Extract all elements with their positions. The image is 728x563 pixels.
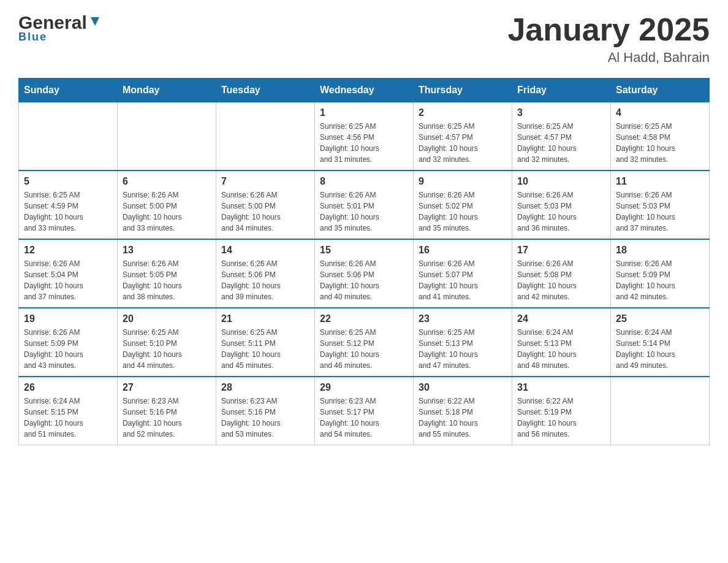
day-number: 14	[221, 245, 309, 256]
day-info: Sunrise: 6:26 AM Sunset: 5:05 PM Dayligh…	[123, 258, 211, 302]
day-info: Sunrise: 6:26 AM Sunset: 5:03 PM Dayligh…	[616, 190, 704, 234]
day-number: 16	[419, 245, 507, 256]
day-number: 21	[221, 313, 309, 324]
calendar-cell: 7Sunrise: 6:26 AM Sunset: 5:00 PM Daylig…	[216, 170, 315, 239]
calendar-week-row: 19Sunrise: 6:26 AM Sunset: 5:09 PM Dayli…	[19, 308, 710, 377]
day-info: Sunrise: 6:26 AM Sunset: 5:07 PM Dayligh…	[419, 258, 507, 302]
calendar-cell: 21Sunrise: 6:25 AM Sunset: 5:11 PM Dayli…	[216, 308, 315, 377]
logo: General Blue	[18, 12, 102, 44]
day-number: 1	[320, 107, 408, 118]
day-info: Sunrise: 6:26 AM Sunset: 5:02 PM Dayligh…	[419, 190, 507, 234]
day-info: Sunrise: 6:22 AM Sunset: 5:18 PM Dayligh…	[419, 396, 507, 440]
calendar-cell: 19Sunrise: 6:26 AM Sunset: 5:09 PM Dayli…	[19, 308, 118, 377]
calendar-cell: 27Sunrise: 6:23 AM Sunset: 5:16 PM Dayli…	[118, 377, 216, 445]
svg-marker-0	[91, 17, 99, 26]
day-info: Sunrise: 6:26 AM Sunset: 5:06 PM Dayligh…	[320, 258, 408, 302]
day-of-week-header: Friday	[512, 79, 611, 102]
day-info: Sunrise: 6:22 AM Sunset: 5:19 PM Dayligh…	[517, 396, 605, 440]
day-number: 29	[320, 382, 408, 393]
day-info: Sunrise: 6:26 AM Sunset: 5:03 PM Dayligh…	[517, 190, 605, 234]
day-number: 2	[419, 107, 507, 118]
calendar-cell: 25Sunrise: 6:24 AM Sunset: 5:14 PM Dayli…	[611, 308, 710, 377]
day-info: Sunrise: 6:26 AM Sunset: 5:00 PM Dayligh…	[221, 190, 309, 234]
day-number: 30	[419, 382, 507, 393]
calendar-cell: 2Sunrise: 6:25 AM Sunset: 4:57 PM Daylig…	[414, 102, 512, 171]
day-info: Sunrise: 6:25 AM Sunset: 5:13 PM Dayligh…	[419, 327, 507, 371]
day-number: 11	[616, 176, 704, 187]
day-number: 26	[24, 382, 112, 393]
day-number: 9	[419, 176, 507, 187]
day-number: 10	[517, 176, 605, 187]
day-info: Sunrise: 6:23 AM Sunset: 5:17 PM Dayligh…	[320, 396, 408, 440]
day-info: Sunrise: 6:26 AM Sunset: 5:09 PM Dayligh…	[24, 327, 112, 371]
calendar-table: SundayMondayTuesdayWednesdayThursdayFrid…	[18, 78, 710, 445]
day-number: 13	[123, 245, 211, 256]
day-number: 6	[123, 176, 211, 187]
calendar-cell: 6Sunrise: 6:26 AM Sunset: 5:00 PM Daylig…	[118, 170, 216, 239]
day-info: Sunrise: 6:25 AM Sunset: 4:58 PM Dayligh…	[616, 121, 704, 165]
day-info: Sunrise: 6:23 AM Sunset: 5:16 PM Dayligh…	[123, 396, 211, 440]
calendar-week-row: 5Sunrise: 6:25 AM Sunset: 4:59 PM Daylig…	[19, 170, 710, 239]
day-of-week-header: Thursday	[414, 79, 512, 102]
calendar-cell: 29Sunrise: 6:23 AM Sunset: 5:17 PM Dayli…	[315, 377, 414, 445]
day-info: Sunrise: 6:24 AM Sunset: 5:14 PM Dayligh…	[616, 327, 704, 371]
calendar-cell: 5Sunrise: 6:25 AM Sunset: 4:59 PM Daylig…	[19, 170, 118, 239]
day-info: Sunrise: 6:25 AM Sunset: 5:12 PM Dayligh…	[320, 327, 408, 371]
day-info: Sunrise: 6:26 AM Sunset: 5:01 PM Dayligh…	[320, 190, 408, 234]
calendar-cell: 10Sunrise: 6:26 AM Sunset: 5:03 PM Dayli…	[512, 170, 611, 239]
calendar-cell: 18Sunrise: 6:26 AM Sunset: 5:09 PM Dayli…	[611, 239, 710, 308]
logo-blue-text: Blue	[18, 31, 47, 44]
calendar-cell: 8Sunrise: 6:26 AM Sunset: 5:01 PM Daylig…	[315, 170, 414, 239]
logo-triangle-icon	[88, 15, 102, 28]
day-number: 5	[24, 176, 112, 187]
day-number: 4	[616, 107, 704, 118]
calendar-cell	[19, 102, 118, 171]
calendar-cell	[216, 102, 315, 171]
month-title: January 2025	[507, 12, 710, 47]
logo-general-text: General	[18, 12, 87, 33]
page-header: General Blue January 2025 Al Hadd, Bahra…	[18, 12, 710, 66]
location-title: Al Hadd, Bahrain	[507, 50, 710, 66]
day-number: 8	[320, 176, 408, 187]
calendar-cell: 13Sunrise: 6:26 AM Sunset: 5:05 PM Dayli…	[118, 239, 216, 308]
day-number: 22	[320, 313, 408, 324]
calendar-cell: 30Sunrise: 6:22 AM Sunset: 5:18 PM Dayli…	[414, 377, 512, 445]
day-number: 23	[419, 313, 507, 324]
day-info: Sunrise: 6:26 AM Sunset: 5:04 PM Dayligh…	[24, 258, 112, 302]
calendar-week-row: 12Sunrise: 6:26 AM Sunset: 5:04 PM Dayli…	[19, 239, 710, 308]
calendar-cell: 17Sunrise: 6:26 AM Sunset: 5:08 PM Dayli…	[512, 239, 611, 308]
calendar-header-row: SundayMondayTuesdayWednesdayThursdayFrid…	[19, 79, 710, 102]
title-block: January 2025 Al Hadd, Bahrain	[507, 12, 710, 66]
calendar-cell	[118, 102, 216, 171]
calendar-cell: 28Sunrise: 6:23 AM Sunset: 5:16 PM Dayli…	[216, 377, 315, 445]
day-number: 19	[24, 313, 112, 324]
day-number: 31	[517, 382, 605, 393]
calendar-cell: 12Sunrise: 6:26 AM Sunset: 5:04 PM Dayli…	[19, 239, 118, 308]
calendar-cell: 24Sunrise: 6:24 AM Sunset: 5:13 PM Dayli…	[512, 308, 611, 377]
day-info: Sunrise: 6:26 AM Sunset: 5:08 PM Dayligh…	[517, 258, 605, 302]
day-info: Sunrise: 6:25 AM Sunset: 4:59 PM Dayligh…	[24, 190, 112, 234]
calendar-cell: 14Sunrise: 6:26 AM Sunset: 5:06 PM Dayli…	[216, 239, 315, 308]
day-info: Sunrise: 6:25 AM Sunset: 5:11 PM Dayligh…	[221, 327, 309, 371]
day-number: 12	[24, 245, 112, 256]
day-info: Sunrise: 6:25 AM Sunset: 4:57 PM Dayligh…	[419, 121, 507, 165]
day-info: Sunrise: 6:24 AM Sunset: 5:13 PM Dayligh…	[517, 327, 605, 371]
day-number: 18	[616, 245, 704, 256]
day-of-week-header: Sunday	[19, 79, 118, 102]
calendar-cell: 26Sunrise: 6:24 AM Sunset: 5:15 PM Dayli…	[19, 377, 118, 445]
day-info: Sunrise: 6:26 AM Sunset: 5:06 PM Dayligh…	[221, 258, 309, 302]
day-number: 20	[123, 313, 211, 324]
calendar-cell: 1Sunrise: 6:25 AM Sunset: 4:56 PM Daylig…	[315, 102, 414, 171]
day-number: 25	[616, 313, 704, 324]
day-number: 17	[517, 245, 605, 256]
day-info: Sunrise: 6:25 AM Sunset: 5:10 PM Dayligh…	[123, 327, 211, 371]
day-number: 7	[221, 176, 309, 187]
calendar-cell: 4Sunrise: 6:25 AM Sunset: 4:58 PM Daylig…	[611, 102, 710, 171]
day-info: Sunrise: 6:25 AM Sunset: 4:57 PM Dayligh…	[517, 121, 605, 165]
calendar-cell: 20Sunrise: 6:25 AM Sunset: 5:10 PM Dayli…	[118, 308, 216, 377]
day-info: Sunrise: 6:26 AM Sunset: 5:00 PM Dayligh…	[123, 190, 211, 234]
calendar-cell: 22Sunrise: 6:25 AM Sunset: 5:12 PM Dayli…	[315, 308, 414, 377]
calendar-cell: 11Sunrise: 6:26 AM Sunset: 5:03 PM Dayli…	[611, 170, 710, 239]
day-of-week-header: Saturday	[611, 79, 710, 102]
day-info: Sunrise: 6:23 AM Sunset: 5:16 PM Dayligh…	[221, 396, 309, 440]
